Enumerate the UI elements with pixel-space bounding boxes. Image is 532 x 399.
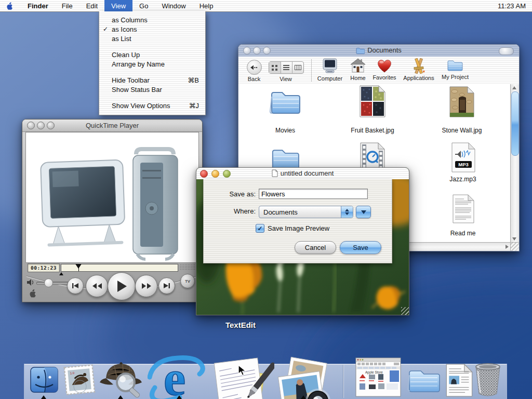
menu-item-show-status-bar[interactable]: Show Status Bar: [99, 85, 205, 94]
quicktime-window-title: QuickTime Player: [22, 122, 202, 129]
finder-toolbar: Back View: [238, 57, 519, 85]
quicktime-window[interactable]: QuickTime Player: [22, 119, 203, 302]
previous-button[interactable]: [67, 277, 84, 294]
save-preview-label[interactable]: Save Image Preview: [268, 224, 329, 232]
play-icon: [116, 281, 127, 292]
frame-step-dots[interactable]: [180, 264, 197, 271]
volume-slider-track[interactable]: [36, 282, 70, 285]
popup-stepper[interactable]: [341, 206, 353, 218]
stone-wall-thumbnail[interactable]: [449, 86, 474, 117]
resize-grip[interactable]: [401, 307, 409, 315]
menu-item-clean-up[interactable]: Clean Up: [99, 50, 205, 59]
where-label: Where:: [204, 207, 256, 215]
toolbar-toggle-button[interactable]: [499, 47, 514, 55]
file-label[interactable]: Read me: [437, 230, 489, 237]
tv-button[interactable]: TV: [180, 274, 195, 288]
menu-item-as-icons[interactable]: ✓ as Icons: [99, 24, 205, 34]
disclosure-button[interactable]: [356, 206, 371, 218]
menubar-item-help[interactable]: Help: [193, 0, 220, 11]
cancel-button[interactable]: Cancel: [295, 241, 336, 254]
scrollbar-thumb[interactable]: [511, 91, 519, 156]
menubar-item-edit[interactable]: Edit: [79, 0, 104, 11]
next-button[interactable]: [158, 277, 175, 294]
read-me-icon[interactable]: [453, 194, 474, 223]
where-popup[interactable]: Documents: [259, 206, 353, 218]
dock-textedit-icon[interactable]: [206, 353, 274, 399]
menubar-item-view[interactable]: View: [104, 0, 132, 11]
menubar-item-window[interactable]: Window: [155, 0, 192, 11]
back-arrow-icon: [250, 65, 258, 70]
menu-item-arrange-by-name[interactable]: Arrange by Name: [99, 59, 205, 69]
scroll-up-arrow[interactable]: [512, 86, 516, 89]
view-as-icons-segment[interactable]: [269, 62, 281, 73]
menu-separator: [99, 69, 205, 75]
fruit-basket-thumbnail[interactable]: [360, 85, 385, 117]
back-button[interactable]: [247, 60, 262, 75]
store-title: Apple Store: [365, 370, 383, 375]
vertical-scrollbar[interactable]: [510, 84, 519, 243]
resize-grip[interactable]: [510, 242, 519, 251]
toolbar-item-applications[interactable]: Applications: [400, 58, 438, 81]
icon-view-icon: [272, 65, 277, 71]
menubar-item-file[interactable]: File: [55, 0, 79, 11]
running-indicator-preview: [301, 395, 306, 399]
view-segmented-control[interactable]: [269, 61, 304, 74]
view-control-label: View: [269, 76, 303, 82]
dock-preview-icon[interactable]: [272, 356, 335, 399]
timeline-slider[interactable]: [61, 264, 178, 272]
quicktime-titlebar[interactable]: QuickTime Player: [22, 119, 202, 132]
view-as-list-segment[interactable]: [281, 62, 293, 73]
menu-item-show-view-options[interactable]: Show View Options ⌘J: [99, 101, 205, 110]
file-label[interactable]: Fruit Basket.jpg: [341, 127, 404, 134]
save-preview-checkbox[interactable]: ✓: [256, 224, 264, 233]
toolbar-item-label: Applications: [400, 75, 438, 81]
jazz-mp3-icon[interactable]: MP3: [451, 142, 475, 172]
apple-logo-icon: [29, 289, 37, 298]
save-button[interactable]: Save: [340, 241, 381, 254]
home-icon: [350, 58, 366, 74]
menubar: Finder File Edit View Go Window Help 11:…: [0, 0, 532, 12]
dock-mail-icon[interactable]: 1.0: [62, 364, 97, 397]
dock-document-icon[interactable]: [446, 364, 473, 397]
dock-finder-icon[interactable]: [29, 365, 59, 395]
file-label[interactable]: Stone Wall.jpg: [431, 127, 493, 134]
menu-item-as-columns[interactable]: as Columns: [99, 15, 205, 24]
fast-forward-button[interactable]: [135, 275, 157, 297]
toolbar-item-computer[interactable]: Computer: [312, 58, 348, 82]
scroll-down-arrow[interactable]: [512, 237, 516, 241]
apple-logo-icon: [6, 2, 14, 10]
volume-slider-knob[interactable]: [44, 278, 53, 287]
apple-menu[interactable]: [0, 0, 21, 11]
file-label[interactable]: Movies: [259, 127, 311, 134]
dock-sherlock-icon[interactable]: [99, 353, 143, 398]
save-as-input[interactable]: [259, 189, 368, 199]
dialog-titlebar[interactable]: untitled document: [196, 168, 409, 180]
view-as-columns-segment[interactable]: [292, 62, 303, 73]
dock-folder-icon[interactable]: [406, 365, 442, 396]
toolbar-item-my-project[interactable]: My Project: [438, 58, 472, 80]
save-sheet: Save as: Where: Documents ✓ Save Image P…: [203, 179, 392, 263]
play-button[interactable]: [108, 272, 136, 300]
toolbar-item-favorites[interactable]: Favorites: [369, 58, 400, 81]
running-indicator-sherlock: [118, 395, 123, 399]
menu-item-hide-toolbar[interactable]: Hide Toolbar ⌘B: [99, 75, 205, 85]
computer-icon: [322, 58, 338, 74]
scroll-right-arrow[interactable]: [506, 245, 509, 249]
toolbar-item-home[interactable]: Home: [343, 58, 373, 81]
menubar-item-go[interactable]: Go: [132, 0, 155, 11]
column-view-icon: [295, 65, 301, 70]
dock-minimized-apple-store-window[interactable]: Apple Store: [355, 357, 401, 397]
dock-trash-icon[interactable]: [471, 361, 505, 397]
dock-internet-explorer-icon[interactable]: e ™: [148, 349, 206, 399]
save-dialog-window[interactable]: untitled document: [196, 167, 409, 315]
menubar-clock[interactable]: 11:23 AM: [491, 0, 532, 11]
menu-item-as-list[interactable]: as List: [99, 34, 205, 43]
menu-separator: [99, 43, 205, 50]
finder-titlebar[interactable]: Documents: [238, 45, 519, 57]
menubar-item-finder[interactable]: Finder: [21, 0, 55, 11]
dock-divider: [343, 365, 343, 398]
rewind-button[interactable]: [86, 275, 108, 297]
movies-folder-icon[interactable]: [268, 87, 302, 116]
shortcut-label: ⌘J: [189, 102, 206, 110]
file-label[interactable]: Jazz.mp3: [437, 176, 489, 183]
